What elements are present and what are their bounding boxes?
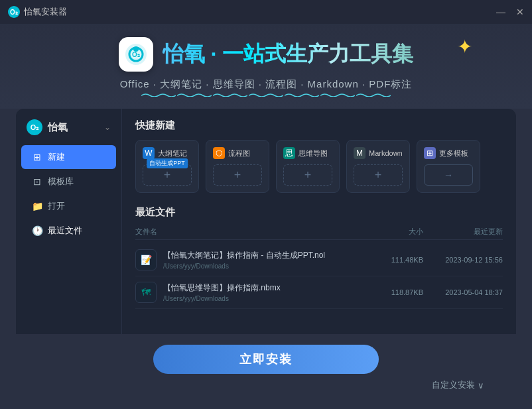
file-icon-2: 🗺	[135, 282, 157, 303]
file-icon-1: 📝	[135, 249, 157, 270]
templates-icon: ⊡	[32, 176, 42, 187]
file-name-2: 【怡氧思维导图】操作指南.nbmx	[163, 282, 370, 294]
sidebar-chevron-icon[interactable]: ⌄	[104, 123, 111, 132]
hero-underline	[0, 93, 532, 97]
minimize-button[interactable]: —	[496, 7, 505, 17]
quick-card-more-templates[interactable]: ⊞ 更多模板 →	[417, 140, 480, 193]
new-icon: ⊞	[32, 152, 42, 162]
titlebar-controls: — ✕	[496, 7, 524, 17]
more-templates-arrow[interactable]: →	[424, 164, 473, 186]
sidebar: O₂ 怡氧 ⌄ ⊞ 新建 ⊡ 模板库 📁 打开 🕐 最近文件	[16, 109, 122, 334]
sidebar-item-open[interactable]: 📁 打开	[21, 194, 116, 218]
file-row-1[interactable]: 📝 【怡氧大纲笔记】操作指南 - 自动生成PPT.nol /Users/yyy/…	[135, 244, 503, 276]
flowchart-add-button[interactable]: +	[213, 164, 262, 186]
hero-star: ✦	[457, 36, 472, 58]
file-row-2[interactable]: 🗺 【怡氧思维导图】操作指南.nbmx /Users/yyy/Downloads…	[135, 276, 503, 309]
sidebar-item-new[interactable]: ⊞ 新建	[21, 145, 116, 169]
file-path-1: /Users/yyy/Downloads	[163, 263, 370, 270]
titlebar: O₂ 怡氧安装器 — ✕	[0, 0, 532, 24]
quick-create-title: 快捷新建	[135, 119, 503, 132]
content-area: 快捷新建 W 大纲笔记 + 自动生成PPT ⬡ 流程图 +	[122, 109, 516, 334]
sidebar-item-recent-label: 最近文件	[48, 225, 82, 237]
sidebar-item-templates[interactable]: ⊡ 模板库	[21, 170, 116, 194]
sidebar-brand: O₂ 怡氧 ⌄	[16, 119, 121, 145]
hero-subtitle: Office · 大纲笔记 · 思维导图 · 流程图 · Markdown · …	[0, 78, 532, 91]
quick-card-more-header: ⊞ 更多模板	[424, 147, 473, 159]
quick-card-mindmap[interactable]: 思 思维导图 +	[276, 140, 340, 193]
app-logo: O₂	[8, 6, 20, 18]
svg-text:O₂: O₂	[132, 51, 140, 58]
mindmap-label: 思维导图	[299, 148, 328, 158]
file-size-1: 111.48KB	[370, 256, 423, 264]
wavy-underline-3	[213, 93, 247, 97]
file-info-1: 【怡氧大纲笔记】操作指南 - 自动生成PPT.nol /Users/yyy/Do…	[163, 250, 370, 270]
mindmap-icon: 思	[283, 147, 295, 159]
header-name: 文件名	[135, 227, 370, 237]
open-icon: 📁	[32, 201, 42, 211]
main-area: O₂ 怡氧 ⌄ ⊞ 新建 ⊡ 模板库 📁 打开 🕐 最近文件 快捷新建	[16, 109, 516, 334]
quick-card-mindmap-header: 思 思维导图	[283, 147, 332, 159]
file-date-1: 2023-09-12 15:56	[423, 256, 503, 264]
custom-install-label: 自定义安装	[432, 379, 475, 391]
chevron-down-icon: ∨	[478, 380, 484, 390]
sidebar-logo: O₂	[27, 119, 42, 135]
wavy-underline-7	[356, 93, 391, 97]
hero-app-icon: O₂	[119, 37, 153, 72]
quick-card-flowchart-header: ⬡ 流程图	[213, 147, 262, 159]
wavy-underline-2	[177, 93, 212, 97]
quick-card-flowchart[interactable]: ⬡ 流程图 +	[206, 140, 269, 193]
file-info-2: 【怡氧思维导图】操作指南.nbmx /Users/yyy/Downloads	[163, 282, 370, 302]
file-size-2: 118.87KB	[370, 288, 423, 296]
recent-files-section: 最近文件 文件名 大小 最近更新 📝 【怡氧大纲笔记】操作指南 - 自动生成PP…	[135, 206, 503, 309]
outline-label: 大纲笔记	[158, 148, 187, 158]
quick-card-outline-header: W 大纲笔记	[143, 147, 192, 159]
install-button[interactable]: 立即安装	[153, 345, 379, 374]
hero-top: O₂ 怡氧 · 一站式生产力工具集	[0, 37, 532, 72]
wavy-underline-1	[141, 93, 176, 97]
recent-files-title: 最近文件	[135, 206, 503, 219]
markdown-icon: M	[354, 147, 366, 159]
sidebar-item-templates-label: 模板库	[48, 176, 74, 188]
more-templates-label: 更多模板	[439, 148, 468, 158]
sidebar-item-open-label: 打开	[48, 200, 65, 212]
sidebar-item-new-label: 新建	[48, 151, 65, 163]
markdown-label: Markdown	[369, 149, 403, 157]
quick-card-markdown[interactable]: M Markdown +	[346, 140, 410, 193]
outline-badge: 自动生成PPT	[147, 158, 188, 168]
more-templates-icon: ⊞	[424, 147, 436, 159]
flowchart-label: 流程图	[228, 148, 250, 158]
quick-cards-container: W 大纲笔记 + 自动生成PPT ⬡ 流程图 + 思 思	[135, 140, 503, 193]
flowchart-icon: ⬡	[213, 147, 225, 159]
header-size: 大小	[370, 227, 423, 237]
table-header: 文件名 大小 最近更新	[135, 224, 503, 240]
hero-section: O₂ 怡氧 · 一站式生产力工具集 ✦ Office · 大纲笔记 · 思维导图…	[0, 24, 532, 109]
sidebar-brand-text: 怡氧	[48, 121, 68, 134]
file-path-2: /Users/yyy/Downloads	[163, 295, 370, 302]
wavy-underline-4	[249, 93, 283, 97]
file-date-2: 2023-05-04 18:37	[423, 288, 503, 296]
markdown-add-button[interactable]: +	[354, 164, 403, 186]
bottom-bar: 立即安装 自定义安装 ∨	[0, 334, 532, 399]
file-name-1: 【怡氧大纲笔记】操作指南 - 自动生成PPT.nol	[163, 250, 370, 261]
mindmap-add-button[interactable]: +	[283, 164, 332, 186]
titlebar-left: O₂ 怡氧安装器	[8, 6, 67, 18]
custom-install-button[interactable]: 自定义安装 ∨	[432, 379, 484, 391]
close-button[interactable]: ✕	[516, 7, 524, 17]
quick-create-section: 快捷新建 W 大纲笔记 + 自动生成PPT ⬡ 流程图 +	[135, 119, 503, 193]
wavy-underline-5	[285, 93, 319, 97]
header-date: 最近更新	[423, 227, 503, 237]
recent-icon: 🕐	[32, 225, 42, 236]
sidebar-item-recent[interactable]: 🕐 最近文件	[21, 219, 116, 243]
app-title: 怡氧安装器	[24, 6, 67, 18]
quick-card-markdown-header: M Markdown	[354, 147, 403, 159]
quick-card-outline[interactable]: W 大纲笔记 + 自动生成PPT	[135, 140, 199, 193]
wavy-underline-6	[320, 93, 355, 97]
hero-title: 怡氧 · 一站式生产力工具集	[163, 40, 414, 69]
outline-icon: W	[143, 147, 155, 159]
